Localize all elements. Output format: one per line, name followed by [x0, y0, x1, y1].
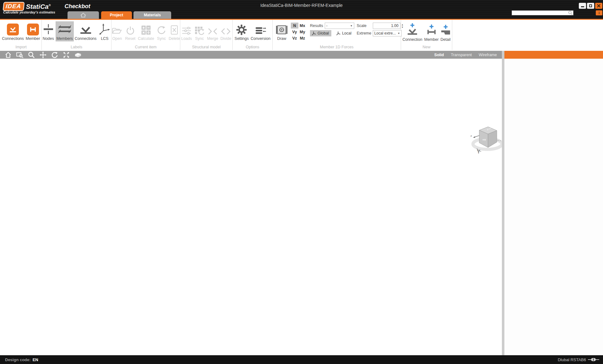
new-connection-label: Connection: [402, 37, 422, 42]
labels-members-button[interactable]: Members: [56, 21, 74, 41]
panel-splitter[interactable]: [502, 51, 504, 355]
open-icon: [111, 26, 123, 35]
group-label-labels: Labels: [42, 45, 111, 49]
render-mode-solid[interactable]: Solid: [434, 53, 444, 57]
draw-icon: [275, 24, 288, 35]
merge-icon: [207, 27, 218, 35]
rotate-icon: [51, 51, 58, 59]
sync-icon: [156, 25, 167, 35]
scale-input[interactable]: [373, 23, 400, 29]
svg-text:x: x: [470, 134, 472, 137]
import-connections-icon: [7, 24, 19, 35]
toggle-n[interactable]: N: [291, 23, 298, 29]
info-button[interactable]: i: [596, 10, 602, 15]
members-icon: [57, 23, 72, 35]
toggle-my[interactable]: My: [299, 29, 306, 35]
delete-label: Delete: [169, 36, 180, 41]
new-detail-button[interactable]: Detail: [440, 22, 452, 42]
toggle-vy[interactable]: Vy: [291, 29, 298, 35]
calculate-button[interactable]: Calculate: [137, 21, 155, 41]
bim-link-label: Dlubal RSTAB6: [558, 357, 586, 362]
minimize-button[interactable]: [579, 3, 586, 9]
ribbon-group-labels: Nodes Members: [42, 20, 111, 50]
divide-label: Divide: [220, 36, 231, 41]
labels-lcs-button[interactable]: LCS: [97, 21, 112, 41]
tab-home[interactable]: [68, 11, 99, 19]
view-toolbar: Solid Transparent Wireframe: [0, 51, 502, 59]
pan-button[interactable]: [39, 51, 47, 58]
force-component-toggles: N Vy Vz Mx My Mz: [291, 23, 306, 41]
reset-icon: [125, 25, 136, 35]
extreme-value: Local extre...: [374, 31, 396, 35]
render-mode-wireframe[interactable]: Wireframe: [479, 53, 497, 57]
ribbon: Connections Member Import: [0, 20, 603, 51]
document-title: IdeaStatiCa-BIM-Member-RFEM-Example: [0, 3, 603, 8]
new-connection-button[interactable]: Connection: [401, 22, 423, 42]
nodes-icon: [42, 23, 55, 35]
global-button[interactable]: Global: [310, 30, 331, 36]
design-code-value[interactable]: EN: [33, 357, 38, 362]
toggle-mz[interactable]: Mz: [299, 35, 306, 41]
current-sync-button[interactable]: Sync: [155, 21, 168, 41]
conversion-button[interactable]: Conversion: [250, 21, 271, 41]
fit-view-button[interactable]: [62, 51, 71, 58]
reset-button[interactable]: Reset: [124, 21, 137, 41]
new-detail-icon: [441, 29, 450, 36]
toggle-mx[interactable]: Mx: [299, 23, 306, 29]
right-panel: [504, 59, 603, 355]
tab-project[interactable]: Project: [101, 11, 132, 19]
labels-nodes-button[interactable]: Nodes: [41, 21, 56, 41]
new-member-button[interactable]: Member: [423, 22, 440, 42]
maximize-icon: [589, 4, 592, 7]
ribbon-group-structural-model: Loads Sync: [180, 20, 233, 50]
solid-view-button[interactable]: [73, 51, 82, 58]
results-dropdown[interactable]: - ▼: [325, 23, 354, 29]
loads-button[interactable]: Loads: [180, 21, 193, 41]
results-label: Results: [310, 24, 323, 28]
labels-connections-button[interactable]: Connections: [74, 21, 98, 41]
ribbon-group-import: Connections Member Import: [1, 20, 42, 50]
zoom-button[interactable]: [27, 51, 36, 58]
group-label-new: New: [401, 45, 452, 49]
render-mode-switch: Solid Transparent Wireframe: [434, 53, 502, 57]
local-label: Local: [342, 31, 351, 35]
plug-icon: [588, 357, 599, 362]
extreme-dropdown[interactable]: Local extre... ▼: [373, 30, 402, 36]
import-member-button[interactable]: Member: [25, 21, 41, 41]
settings-button[interactable]: Settings: [234, 21, 250, 41]
rotate-button[interactable]: [50, 51, 59, 58]
status-bar: Design code: EN Dlubal RSTAB6: [0, 355, 603, 364]
divide-button[interactable]: Divide: [219, 21, 232, 41]
search-box[interactable]: [512, 10, 573, 15]
results-value: -: [326, 24, 328, 28]
labels-members-label: Members: [57, 36, 73, 41]
merge-button[interactable]: Merge: [206, 21, 219, 41]
open-button[interactable]: Open: [111, 21, 124, 41]
new-connection-icon: [407, 28, 418, 36]
tab-materials[interactable]: Materials: [133, 11, 171, 19]
labels-lcs-label: LCS: [101, 36, 108, 41]
conversion-label: Conversion: [251, 36, 270, 41]
close-icon: [597, 4, 600, 8]
close-button[interactable]: [595, 3, 602, 9]
maximize-button[interactable]: [587, 3, 594, 9]
model-viewport[interactable]: +Y z x Y: [0, 59, 502, 355]
gear-icon: [236, 24, 247, 35]
import-connections-label: Connections: [2, 36, 24, 41]
search-input[interactable]: [512, 11, 568, 15]
loads-icon: [181, 26, 192, 35]
model-sync-button[interactable]: Sync: [193, 21, 206, 41]
delete-button[interactable]: Delete: [168, 21, 181, 41]
group-label-current-item: Current item: [111, 45, 180, 49]
zoom-window-button[interactable]: [15, 51, 24, 58]
delete-icon: [169, 25, 180, 35]
global-label: Global: [318, 31, 329, 35]
local-button[interactable]: Local: [334, 30, 354, 36]
draw-button[interactable]: Draw: [274, 21, 289, 41]
model-sync-label: Sync: [195, 36, 204, 41]
search-icon[interactable]: [568, 11, 573, 15]
toggle-vz[interactable]: Vz: [291, 35, 298, 41]
render-mode-transparent[interactable]: Transparent: [451, 53, 472, 57]
zoom-all-button[interactable]: [4, 51, 13, 58]
import-connections-button[interactable]: Connections: [1, 21, 25, 41]
